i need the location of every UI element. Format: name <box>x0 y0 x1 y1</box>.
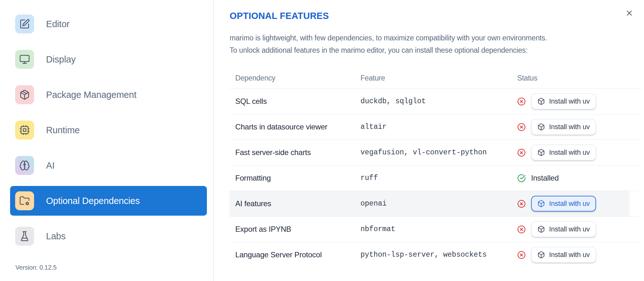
feature-cell: ruff <box>355 174 512 182</box>
install-button-label: Install with uv <box>549 97 590 105</box>
sidebar-item-display[interactable]: Display <box>10 45 207 74</box>
editor-icon-tile <box>15 15 34 33</box>
install-with-uv-button[interactable]: Install with uv <box>531 247 596 263</box>
circle-x-icon <box>517 148 526 157</box>
install-button-label: Install with uv <box>549 200 590 208</box>
table-row: Export as IPYNBnbformatInstall with uv <box>230 217 642 242</box>
sidebar-nav: EditorDisplayPackage ManagementRuntimeAI… <box>10 9 207 257</box>
sidebar-item-ai[interactable]: AI <box>10 151 207 180</box>
sidebar-item-runtime[interactable]: Runtime <box>10 115 207 145</box>
feature-cell: duckdb, sqlglot <box>355 97 512 105</box>
sidebar-item-label: AI <box>46 160 55 171</box>
dependency-cell: Formatting <box>230 174 355 182</box>
box-icon <box>537 123 545 131</box>
folder-gear-icon <box>19 195 30 206</box>
ai-icon-tile <box>15 156 34 175</box>
table-row: Charts in datasource vieweraltairInstall… <box>230 114 642 140</box>
version-label: Version: 0.12.5 <box>15 264 56 271</box>
edit-icon <box>19 19 30 29</box>
circle-x-icon <box>517 225 526 234</box>
sidebar: EditorDisplayPackage ManagementRuntimeAI… <box>0 0 214 281</box>
dependency-cell: AI features <box>230 199 355 208</box>
status-cell: Install with uv <box>512 93 642 109</box>
sidebar-item-label: Optional Dependencies <box>46 196 140 206</box>
feature-cell: altair <box>355 123 512 131</box>
box-icon <box>537 98 545 105</box>
page-title: OPTIONAL FEATURES <box>230 11 329 21</box>
dependency-cell: Fast server-side charts <box>230 148 355 157</box>
optional-dependencies-icon-tile <box>15 191 34 210</box>
installed-label: Installed <box>531 174 559 182</box>
install-with-uv-button[interactable]: Install with uv <box>531 145 596 160</box>
dependency-cell: SQL cells <box>230 97 355 106</box>
sidebar-item-label: Display <box>46 54 76 65</box>
table-row: SQL cellsduckdb, sqlglotInstall with uv <box>230 89 642 114</box>
close-icon <box>625 9 634 17</box>
circle-x-icon <box>517 251 526 259</box>
box-icon <box>537 251 545 259</box>
circle-x-icon <box>517 123 526 131</box>
brain-icon <box>19 160 30 171</box>
display-icon-tile <box>15 50 34 69</box>
package-management-icon-tile <box>15 85 34 104</box>
status-cell: Install with uv <box>512 221 642 237</box>
box-icon <box>537 200 545 207</box>
dependency-cell: Export as IPYNB <box>230 225 355 234</box>
sidebar-item-labs[interactable]: Labs <box>10 221 207 251</box>
package-icon <box>19 89 30 100</box>
circle-x-icon <box>517 97 526 106</box>
settings-dialog: EditorDisplayPackage ManagementRuntimeAI… <box>0 0 644 281</box>
install-with-uv-button[interactable]: Install with uv <box>531 93 596 109</box>
box-icon <box>537 149 545 156</box>
dependencies-table: Dependency Feature Status SQL cellsduckd… <box>230 68 642 267</box>
cpu-icon <box>19 125 30 135</box>
install-button-label: Install with uv <box>549 148 590 157</box>
install-with-uv-button[interactable]: Install with uv <box>531 221 596 237</box>
column-header-feature: Feature <box>355 74 512 82</box>
dependency-cell: Language Server Protocol <box>230 250 355 259</box>
dependency-cell: Charts in datasource viewer <box>230 123 355 131</box>
close-button[interactable] <box>624 8 634 18</box>
labs-icon-tile <box>15 227 34 246</box>
sidebar-item-optional-dependencies[interactable]: Optional Dependencies <box>10 186 207 216</box>
optional-features-panel: OPTIONAL FEATURES marimo is lightweight,… <box>214 0 644 281</box>
sidebar-item-label: Editor <box>46 19 70 29</box>
status-cell: Install with uv <box>512 247 642 263</box>
status-cell: Install with uv <box>512 145 642 160</box>
sidebar-item-label: Package Management <box>46 90 137 100</box>
panel-description: marimo is lightweight, with few dependen… <box>230 32 547 57</box>
description-line: To unlock additional features in the mar… <box>230 46 528 54</box>
table-header-row: Dependency Feature Status <box>230 68 642 89</box>
flask-icon <box>19 231 30 242</box>
column-header-dependency: Dependency <box>230 74 355 82</box>
box-icon <box>537 225 545 233</box>
install-button-label: Install with uv <box>549 251 590 259</box>
circle-x-icon <box>517 200 526 208</box>
status-cell: Install with uv <box>512 196 642 212</box>
circle-check-icon <box>517 174 526 182</box>
table-row: Language Server Protocolpython-lsp-serve… <box>230 242 642 267</box>
table-row: AI featuresopenaiInstall with uv <box>230 191 642 217</box>
column-header-status: Status <box>512 74 642 82</box>
sidebar-item-label: Runtime <box>46 125 80 135</box>
monitor-icon <box>19 54 30 65</box>
feature-cell: python-lsp-server, websockets <box>355 251 512 259</box>
install-with-uv-button[interactable]: Install with uv <box>531 196 596 212</box>
description-line: marimo is lightweight, with few dependen… <box>230 34 547 42</box>
sidebar-item-label: Labs <box>46 231 66 242</box>
status-cell: Installed <box>512 174 642 182</box>
table-row: FormattingruffInstalled <box>230 165 642 191</box>
status-cell: Install with uv <box>512 119 642 135</box>
feature-cell: nbformat <box>355 225 512 233</box>
install-button-label: Install with uv <box>549 225 590 233</box>
sidebar-item-package-management[interactable]: Package Management <box>10 80 207 110</box>
feature-cell: openai <box>355 200 512 208</box>
table-row: Fast server-side chartsvegafusion, vl-co… <box>230 140 642 165</box>
install-with-uv-button[interactable]: Install with uv <box>531 119 596 135</box>
sidebar-item-editor[interactable]: Editor <box>10 9 207 39</box>
feature-cell: vegafusion, vl-convert-python <box>355 148 512 157</box>
install-button-label: Install with uv <box>549 123 590 131</box>
runtime-icon-tile <box>15 121 34 140</box>
